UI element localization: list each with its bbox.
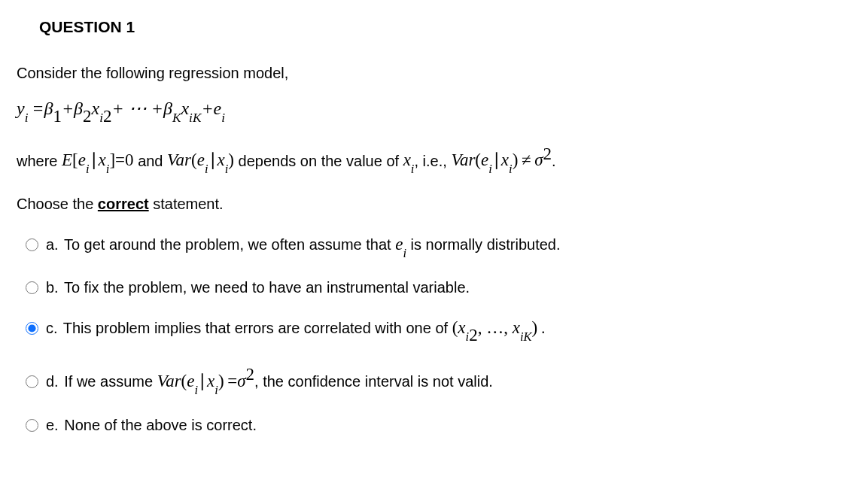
option-letter: c. — [46, 320, 58, 336]
radio-a[interactable] — [26, 238, 38, 251]
option-tail: is normally distributed. — [411, 236, 561, 253]
radio-c[interactable] — [26, 322, 38, 335]
option-letter: b. — [46, 279, 59, 296]
option-text: This problem implies that errors are cor… — [63, 320, 452, 336]
option-prefix: If we assume — [64, 373, 157, 390]
regression-equation: yi =β1+β2xi2+ ⋯ +βKxiK+ei — [17, 95, 849, 126]
where-clause: where E[ei∣xi]=0 and Var(ei∣xi) depends … — [17, 141, 849, 176]
intro-text: Consider the following regression model, — [17, 62, 849, 84]
option-d: d. If we assume Var(ei∣xi) =σ2, the conf… — [26, 362, 849, 396]
option-e: e. None of the above is correct. — [26, 414, 849, 436]
option-c: c. This problem implies that errors are … — [26, 315, 849, 345]
radio-b[interactable] — [26, 281, 38, 294]
radio-d[interactable] — [26, 375, 38, 388]
option-text: To get around the problem, we often assu… — [64, 236, 395, 253]
option-text: None of the above is correct. — [64, 417, 257, 433]
option-letter: a. — [46, 236, 59, 253]
question-title: QUESTION 1 — [39, 15, 849, 39]
option-letter: d. — [46, 373, 59, 390]
option-letter: e. — [46, 417, 59, 433]
radio-e[interactable] — [26, 419, 38, 432]
option-a: a. To get around the problem, we often a… — [26, 232, 849, 260]
option-b: b. To fix the problem, we need to have a… — [26, 276, 849, 299]
choose-statement: Choose the correct statement. — [17, 193, 849, 215]
option-text: To fix the problem, we need to have an i… — [64, 279, 470, 296]
option-suffix: , the confidence interval is not valid. — [254, 373, 493, 390]
